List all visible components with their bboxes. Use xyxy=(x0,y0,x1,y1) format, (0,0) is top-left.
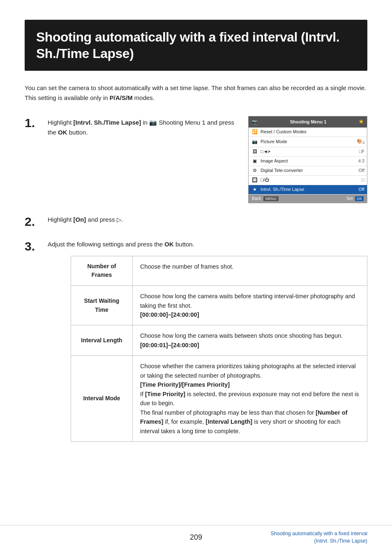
settings-table: Number ofFrames Choose the number of fra… xyxy=(71,256,367,442)
menu-label-picture: Picture Mode xyxy=(261,138,355,146)
menu-item-power: 🔲 □/⏻ □ xyxy=(249,176,367,185)
menu-back-label: Back MENU xyxy=(252,195,279,202)
menu-label-reset: Reset / Custom Modes xyxy=(261,128,362,136)
desc-frames: Choose the number of frames shot. xyxy=(133,256,367,285)
menu-item-picture: 📷 Picture Mode 🎨3 xyxy=(249,137,367,147)
footer-topic-line1: Shooting automatically with a fixed inte… xyxy=(270,531,367,536)
intro-modes: P/A/S/M xyxy=(110,94,133,101)
title-box: Shooting automatically with a fixed inte… xyxy=(25,20,367,71)
menu-value-power: □ xyxy=(362,176,364,184)
step-1: 1. Highlight [Intrvl. Sh./Time Lapse] in… xyxy=(25,116,367,203)
menu-value-intrvl: Off xyxy=(359,186,364,193)
menu-label-intrvl: Intrvl. Sh./Time Lapse xyxy=(261,186,357,193)
menu-item-raw: 🖼 □◄i• □F xyxy=(249,147,367,157)
menu-item-intrvl: ★ Intrvl. Sh./Time Lapse Off xyxy=(249,185,367,195)
menu-title: Shooting Menu 1 xyxy=(290,118,327,126)
menu-icon-raw: 🖼 xyxy=(251,148,258,155)
menu-icon-power: 🔲 xyxy=(251,176,258,184)
intro-text-before: You can set the camera to shoot automati… xyxy=(25,84,366,101)
step-2-on: [On] xyxy=(74,216,86,223)
menu-icon-aspect: ▣ xyxy=(251,158,258,165)
menu-value-picture: 🎨3 xyxy=(357,138,364,146)
menu-btn: MENU xyxy=(263,196,279,201)
menu-set-label: Set OK xyxy=(346,195,364,202)
camera-icon: 📷 xyxy=(149,119,157,126)
step-1-content: Highlight [Intrvl. Sh./Time Lapse] in 📷 … xyxy=(48,116,367,203)
footer-topic: Shooting automatically with a fixed inte… xyxy=(253,530,367,545)
intro-text-after: modes. xyxy=(133,94,154,101)
menu-label-tele: Digital Tele-converter xyxy=(261,167,357,174)
time-priority-ref: [Time Priority] xyxy=(145,391,185,397)
menu-value-aspect: 4:3 xyxy=(358,158,364,165)
footer-topic-line2: (Intrvl. Sh./Time Lapse) xyxy=(314,538,367,544)
shooting-menu-screenshot: 📷 Shooting Menu 1 ★ 🔁 Reset / Custom Mod… xyxy=(248,116,367,203)
step-3-content: Adjust the following settings and press … xyxy=(48,239,367,442)
range-start-wait: [00:00:00]–[24:00:00] xyxy=(140,311,199,318)
desc-interval-len: Choose how long the camera waits between… xyxy=(133,325,367,356)
label-start-wait: Start WaitingTime xyxy=(71,286,133,325)
step-1-text: Highlight [Intrvl. Sh./Time Lapse] in 📷 … xyxy=(48,116,236,137)
step-3: 3. Adjust the following settings and pre… xyxy=(25,239,367,442)
menu-value-raw: □F xyxy=(359,148,364,155)
label-interval-len: Interval Length xyxy=(71,325,133,356)
interval-length-ref: [Interval Length] xyxy=(206,418,253,425)
desc-frames-text: Choose the number of frames shot. xyxy=(140,263,233,270)
step-3-number: 3. xyxy=(25,239,48,253)
page-footer: 209 Shooting automatically with a fixed … xyxy=(0,525,392,545)
menu-item-tele: ⚙ Digital Tele-converter Off xyxy=(249,166,367,176)
menu-ok-btn: OK xyxy=(355,196,364,201)
menu-icon-reset: 🔁 xyxy=(251,128,258,136)
step-1-number: 1. xyxy=(25,116,48,129)
menu-item-reset: 🔁 Reset / Custom Modes xyxy=(249,128,367,137)
range-interval-mode: [Time Priority]/[Frames Priority] xyxy=(140,381,230,388)
page-title: Shooting automatically with a fixed inte… xyxy=(36,29,356,62)
menu-label-power: □/⏻ xyxy=(261,176,360,184)
menu-id: 📷 xyxy=(252,118,258,126)
step-1-ok: OK xyxy=(58,129,67,136)
menu-bottom-bar: Back MENU Set OK xyxy=(249,195,367,203)
desc-interval-mode: Choose whether the camera prioritizes ta… xyxy=(133,356,367,442)
page: Shooting automatically with a fixed inte… xyxy=(0,0,392,557)
label-interval-mode: Interval Mode xyxy=(71,356,133,442)
step-2: 2. Highlight [On] and press ▷. xyxy=(25,215,367,228)
menu-item-aspect: ▣ Image Aspect 4:3 xyxy=(249,157,367,166)
menu-value-tele: Off xyxy=(359,167,364,174)
footer-page-number: 209 xyxy=(139,532,253,543)
menu-title-row: 📷 Shooting Menu 1 ★ xyxy=(249,116,367,128)
menu-label-aspect: Image Aspect xyxy=(261,158,356,165)
range-interval-len: [00:00:01]–[24:00:00] xyxy=(140,342,199,348)
table-row-frames: Number ofFrames Choose the number of fra… xyxy=(71,256,367,285)
step-2-content: Highlight [On] and press ▷. xyxy=(48,215,367,225)
menu-icon-picture: 📷 xyxy=(251,138,258,146)
step-3-ok: OK xyxy=(164,241,174,248)
step-2-number: 2. xyxy=(25,215,48,228)
desc-start-wait: Choose how long the camera waits before … xyxy=(133,286,367,325)
intro-paragraph: You can set the camera to shoot automati… xyxy=(25,83,367,103)
menu-icon-tele: ⚙ xyxy=(251,167,258,174)
table-row-interval-len: Interval Length Choose how long the came… xyxy=(71,325,367,356)
table-row-interval-mode: Interval Mode Choose whether the camera … xyxy=(71,356,367,442)
step-1-highlight1: [Intrvl. Sh./Time Lapse] xyxy=(74,119,141,126)
table-row-start-wait: Start WaitingTime Choose how long the ca… xyxy=(71,286,367,325)
menu-icon-intrvl: ★ xyxy=(251,186,258,193)
label-frames: Number ofFrames xyxy=(71,256,133,285)
menu-star: ★ xyxy=(359,118,364,126)
menu-label-raw: □◄i• xyxy=(261,148,357,155)
